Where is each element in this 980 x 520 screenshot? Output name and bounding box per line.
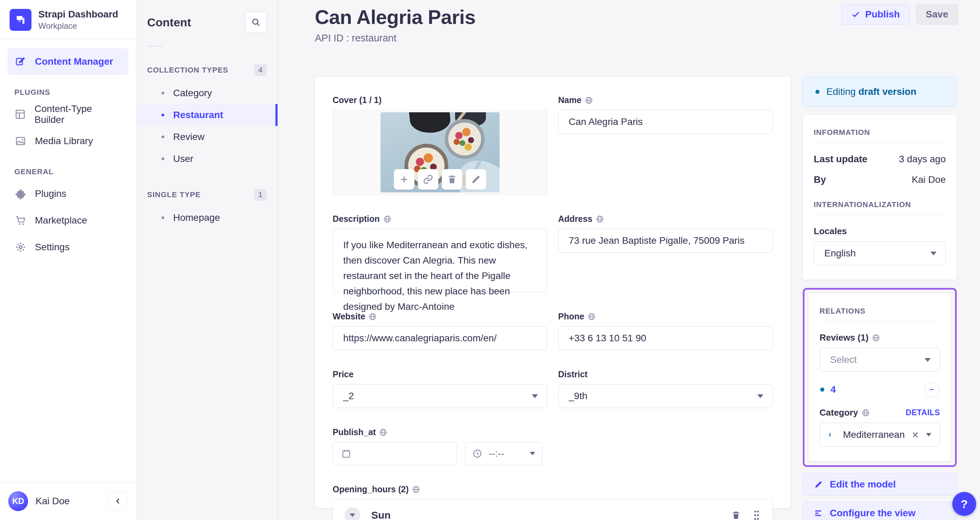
category-select[interactable]: Mediterranean	[819, 423, 940, 447]
collection-types-header: COLLECTION TYPES	[147, 66, 228, 75]
right-panel: Editing draft version INFORMATION Last u…	[803, 77, 957, 520]
sidebar-item-media-library[interactable]: Media Library	[8, 128, 128, 155]
expand-row-button[interactable]	[345, 507, 360, 520]
strapi-logo-icon	[10, 9, 32, 31]
sidebar-item-review[interactable]: Review	[136, 126, 277, 148]
chevron-down-icon	[931, 252, 937, 255]
bullet-icon	[162, 216, 164, 219]
globe-icon	[585, 96, 593, 104]
sidebar-item-marketplace[interactable]: Marketplace	[8, 207, 128, 234]
globe-icon	[383, 215, 391, 223]
clear-category-button[interactable]	[911, 430, 920, 439]
picture-icon	[14, 136, 27, 147]
draft-status-banner: Editing draft version	[803, 77, 957, 107]
edit-media-button[interactable]	[466, 169, 486, 190]
remove-relation-button[interactable]	[924, 382, 939, 397]
chevron-down-icon	[532, 394, 538, 398]
opening-hours-label: Opening_hours (2)	[332, 484, 409, 494]
sidebar-item-label: Marketplace	[35, 215, 87, 226]
publish-at-date-field[interactable]	[332, 442, 457, 465]
configure-view-button[interactable]: Configure the view	[803, 502, 957, 520]
cover-photo	[380, 112, 500, 192]
locale-select[interactable]: English	[814, 241, 946, 265]
sidebar-item-user[interactable]: User	[136, 148, 277, 170]
district-select[interactable]: _9th	[558, 384, 773, 408]
edit-model-button[interactable]: Edit the model	[803, 473, 957, 496]
search-icon	[251, 17, 261, 27]
globe-icon	[872, 334, 880, 342]
clock-icon	[472, 448, 482, 459]
edit-model-label: Edit the model	[830, 479, 896, 490]
sidebar-item-label: Content-Type Builder	[35, 104, 121, 125]
delete-media-button[interactable]	[442, 169, 462, 190]
locales-label: Locales	[814, 226, 946, 236]
time-placeholder: --:--	[488, 448, 504, 459]
globe-icon	[862, 409, 870, 417]
add-media-button[interactable]	[394, 169, 414, 190]
draft-bold: draft version	[858, 86, 916, 97]
save-button[interactable]: Save	[916, 4, 958, 25]
brand: Strapi Dashboard Workplace	[0, 0, 136, 39]
configure-view-label: Configure the view	[830, 508, 915, 518]
bullet-icon	[162, 92, 164, 94]
publish-label: Publish	[865, 9, 900, 20]
globe-icon	[596, 215, 604, 223]
edit-form-card: Cover (1 / 1)	[315, 77, 791, 508]
sidebar-item-settings[interactable]: Settings	[8, 234, 128, 260]
chevron-down-icon	[924, 358, 931, 362]
publish-at-label: Publish_at	[332, 427, 376, 437]
sidebar-item-content-manager[interactable]: Content Manager	[8, 48, 128, 75]
relation-dot-icon	[820, 388, 824, 392]
reviews-select[interactable]: Select	[819, 348, 940, 372]
website-field[interactable]: https://www.canalegriaparis.com/en/	[332, 326, 547, 350]
price-select[interactable]: _2	[332, 384, 547, 408]
sidebar-item-plugins[interactable]: Plugins	[8, 180, 128, 207]
publish-at-time-field[interactable]: --:--	[465, 442, 542, 465]
main-sidebar: Strapi Dashboard Workplace Content Manag…	[0, 0, 136, 520]
help-button[interactable]: ?	[952, 492, 976, 516]
sidebar-item-category[interactable]: Category	[136, 82, 277, 104]
cover-field[interactable]	[332, 110, 547, 195]
copy-link-button[interactable]	[418, 169, 438, 190]
collection-type-label: Restaurant	[173, 110, 223, 121]
plus-icon	[399, 174, 409, 185]
photo-bowl-shape	[445, 119, 485, 159]
information-card: INFORMATION Last update 3 days ago By Ka…	[803, 115, 957, 280]
internationalization-header: INTERNATIONALIZATION	[814, 200, 946, 209]
address-field[interactable]: 73 rue Jean Baptiste Pigalle, 75009 Pari…	[558, 229, 773, 253]
collection-type-label: Review	[173, 131, 205, 142]
district-value: _9th	[569, 391, 587, 402]
price-label: Price	[332, 369, 353, 379]
collection-types-count-badge: 4	[254, 64, 267, 76]
divider	[814, 142, 946, 143]
details-link[interactable]: DETAILS	[906, 408, 940, 417]
reviews-placeholder: Select	[830, 354, 857, 365]
divider	[147, 46, 163, 46]
relation-item-label[interactable]: 4	[830, 384, 924, 395]
opening-hours-accordion: Sun Tue - Sat	[332, 499, 773, 520]
sidebar-item-label: Plugins	[35, 188, 66, 199]
name-field[interactable]: Can Alegria Paris	[558, 110, 773, 134]
sidebar-item-content-type-builder[interactable]: Content-Type Builder	[8, 101, 128, 128]
sidebar-item-homepage[interactable]: Homepage	[136, 207, 277, 229]
relations-header: RELATIONS	[819, 307, 940, 316]
link-icon	[423, 174, 433, 185]
sidebar-item-label: Content Manager	[35, 56, 113, 67]
globe-icon	[412, 485, 420, 494]
list-settings-icon	[814, 509, 823, 518]
relations-card: RELATIONS Reviews (1) Select	[808, 294, 951, 461]
opening-hours-row-sun: Sun	[333, 499, 772, 520]
phone-field[interactable]: +33 6 13 10 51 90	[558, 326, 773, 350]
search-button[interactable]	[245, 12, 267, 33]
globe-icon	[369, 313, 377, 321]
publish-button[interactable]: Publish	[842, 4, 910, 25]
collapse-sidebar-button[interactable]	[108, 491, 127, 511]
category-value: Mediterranean	[843, 429, 905, 440]
delete-row-button[interactable]	[731, 510, 741, 520]
drag-handle-icon[interactable]	[752, 510, 760, 520]
avatar: KD	[8, 491, 28, 511]
save-label: Save	[926, 9, 948, 20]
sidebar-item-restaurant[interactable]: Restaurant	[136, 104, 277, 126]
description-field[interactable]: If you like Mediterranean and exotic dis…	[332, 229, 547, 292]
sidebar-item-label: Settings	[35, 242, 70, 253]
